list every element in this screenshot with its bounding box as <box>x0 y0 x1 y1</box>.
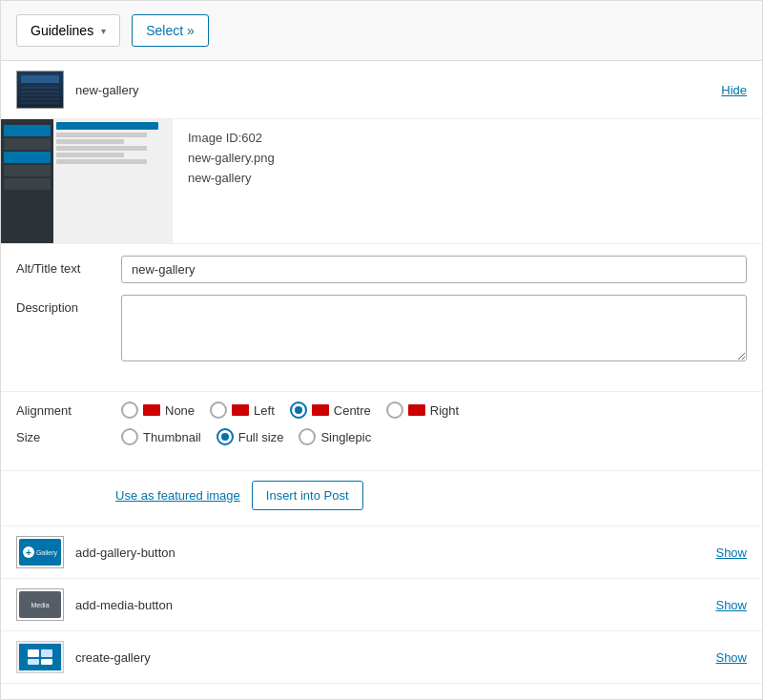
insert-into-post-button[interactable]: Insert into Post <box>252 481 363 510</box>
sidebar-item-5 <box>4 178 51 190</box>
align-centre-icon <box>312 404 329 416</box>
top-bar: Guidelines ▾ Select » <box>1 1 762 61</box>
sidebar-item-3 <box>4 152 51 163</box>
action-row: Use as featured image Insert into Post <box>1 471 762 526</box>
sidebar-item-4 <box>4 165 51 176</box>
gallery-row: new-gallery Hide <box>1 61 762 119</box>
add-media-show-link[interactable]: Show <box>715 598 747 612</box>
wp-row-3 <box>56 146 147 151</box>
sidebar-item-2 <box>4 138 51 150</box>
description-row: Description <box>16 295 747 364</box>
detail-image-preview <box>1 119 173 243</box>
add-media-left: Media add-media-button <box>16 588 173 621</box>
add-gallery-show-link[interactable]: Show <box>715 546 747 560</box>
image-id: Image ID:602 <box>188 131 747 145</box>
add-gallery-left: + Gallery add-gallery-button <box>16 536 175 568</box>
wp-row-1 <box>56 133 147 137</box>
create-gallery-label: create-gallery <box>75 650 151 665</box>
add-gallery-text: Gallery <box>36 549 57 556</box>
detail-gallery-name: new-gallery <box>188 171 747 185</box>
add-media-thumb: Media <box>16 588 64 621</box>
guidelines-label: Guidelines <box>31 23 93 38</box>
add-gallery-label: add-gallery-button <box>75 546 175 560</box>
alignment-centre-label: Centre <box>334 403 371 418</box>
size-singlepic-radio[interactable] <box>299 428 316 445</box>
alignment-row: Alignment None Left Centr <box>16 401 747 419</box>
create-gallery-thumb <box>16 641 64 673</box>
alignment-right-label: Right <box>430 403 459 418</box>
gallery-row-left: new-gallery <box>16 71 138 109</box>
alignment-right-radio[interactable] <box>386 401 403 419</box>
add-gallery-thumb: + Gallery <box>16 536 64 568</box>
alt-title-field <box>121 256 747 283</box>
add-gallery-row: + Gallery add-gallery-button Show <box>1 526 762 579</box>
gallery-grid-icon <box>26 648 54 667</box>
wp-header-bar <box>56 122 158 130</box>
alt-title-input[interactable] <box>121 256 747 283</box>
description-input[interactable] <box>121 295 747 361</box>
alignment-left-radio[interactable] <box>210 401 227 419</box>
alignment-left-option[interactable]: Left <box>210 401 275 419</box>
size-options: Thumbnail Full size Singlepic <box>121 428 371 445</box>
chevron-down-icon: ▾ <box>101 26 106 36</box>
form-section: Alt/Title text Description <box>1 244 762 392</box>
size-fullsize-label: Full size <box>238 430 284 444</box>
sidebar-item-1 <box>4 125 51 136</box>
size-fullsize-option[interactable]: Full size <box>217 428 284 445</box>
alignment-centre-option[interactable]: Centre <box>290 401 371 419</box>
wp-row-2 <box>56 139 124 144</box>
alignment-none-radio[interactable] <box>121 401 138 419</box>
wp-main-sim <box>53 119 173 243</box>
alignment-none-option[interactable]: None <box>121 401 195 419</box>
svg-rect-2 <box>28 659 39 665</box>
main-container: Guidelines ▾ Select » new-gallery Hide <box>0 0 763 700</box>
plus-icon: + <box>23 546 34 558</box>
options-section: Alignment None Left Centr <box>1 392 762 471</box>
align-none-icon <box>143 404 160 416</box>
size-thumbnail-label: Thumbnail <box>143 430 201 444</box>
alt-title-row: Alt/Title text <box>16 256 747 283</box>
add-media-btn-image: Media <box>19 591 61 618</box>
size-thumbnail-radio[interactable] <box>121 428 138 445</box>
create-gallery-image <box>19 644 61 670</box>
size-fullsize-radio[interactable] <box>217 428 234 445</box>
alignment-none-label: None <box>165 403 195 418</box>
detail-panel: Image ID:602 new-gallery.png new-gallery <box>1 119 762 244</box>
size-singlepic-option[interactable]: Singlepic <box>299 428 371 445</box>
alignment-options: None Left Centre Right <box>121 401 459 419</box>
add-media-label: add-media-button <box>75 598 173 612</box>
thumbnail-image <box>17 72 63 108</box>
description-label: Description <box>16 295 121 315</box>
size-label: Size <box>16 430 121 444</box>
hide-link[interactable]: Hide <box>721 83 747 97</box>
featured-image-link[interactable]: Use as featured image <box>115 488 240 503</box>
gallery-thumbnail <box>16 71 64 109</box>
size-row: Size Thumbnail Full size Singlepic <box>16 428 747 445</box>
add-media-row: Media add-media-button Show <box>1 579 762 631</box>
size-singlepic-label: Singlepic <box>320 430 371 444</box>
create-gallery-show-link[interactable]: Show <box>715 650 747 665</box>
description-field <box>121 295 747 364</box>
wp-row-4 <box>56 153 124 157</box>
wp-row-5 <box>56 159 147 164</box>
svg-rect-0 <box>28 649 39 657</box>
svg-rect-3 <box>41 659 52 665</box>
alignment-label: Alignment <box>16 403 121 418</box>
select-button[interactable]: Select » <box>132 14 209 47</box>
alt-title-label: Alt/Title text <box>16 256 121 276</box>
add-media-text: Media <box>31 602 49 608</box>
size-thumbnail-option[interactable]: Thumbnail <box>121 428 201 445</box>
alignment-centre-radio[interactable] <box>290 401 307 419</box>
wp-sidebar-sim <box>1 119 53 243</box>
svg-rect-1 <box>41 649 52 657</box>
add-gallery-btn-image: + Gallery <box>19 539 61 566</box>
align-right-icon <box>408 404 425 416</box>
gallery-title: new-gallery <box>75 83 138 97</box>
detail-image-container <box>1 119 173 243</box>
alignment-right-option[interactable]: Right <box>386 401 459 419</box>
align-left-icon <box>232 404 249 416</box>
alignment-left-label: Left <box>254 403 275 418</box>
detail-info: Image ID:602 new-gallery.png new-gallery <box>173 119 762 243</box>
guidelines-dropdown[interactable]: Guidelines ▾ <box>16 14 120 47</box>
create-gallery-left: create-gallery <box>16 641 151 673</box>
